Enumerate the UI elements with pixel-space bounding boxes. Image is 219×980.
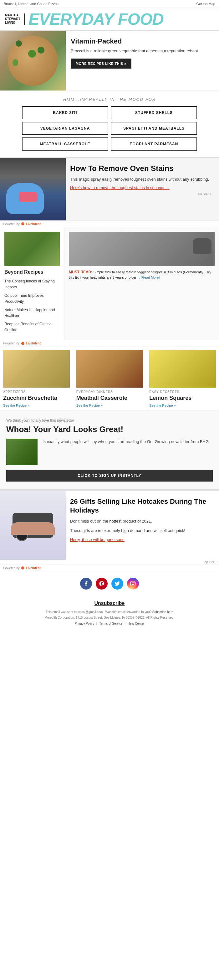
brand-line3: LIVING [5, 21, 20, 25]
beyond-link-4[interactable]: Reap the Benefits of Getting Outside [5, 322, 52, 332]
beyond-must-read: MUST READ: Simple trick to easily restor… [69, 269, 214, 280]
instagram-icon[interactable] [127, 578, 139, 590]
gift-ad-wrapper: 26 Gifts Selling Like Hotcakes During Th… [0, 489, 219, 565]
social-section [0, 571, 219, 596]
recipe-name-3: Lemon Squares [149, 395, 216, 402]
site-logo[interactable]: EVERYDAY FOOD [29, 11, 163, 27]
oven-ad-title: How To Remove Oven Stains [70, 164, 214, 173]
promo-image [6, 439, 38, 465]
svg-point-4 [132, 583, 134, 585]
recipe-link-1[interactable]: See the Recipe » [3, 404, 70, 407]
terms-of-service-link[interactable]: Terms of Service [99, 622, 122, 625]
sponge-illustration [19, 192, 38, 202]
header: MARTHA STEWART LIVING EVERYDAY FOOD [0, 8, 219, 31]
facebook-icon[interactable] [80, 578, 92, 590]
gift-ad-link[interactable]: Hurry, these will be gone soon [70, 537, 124, 542]
recipe-cards-section: APPETIZERS Zucchini Bruschetta See the R… [0, 347, 219, 410]
beyond-powered-by: Powered by LiveIntent [0, 340, 219, 347]
svg-point-0 [21, 222, 24, 226]
gift-ad-desc1: Don't miss out on the hottest product of… [70, 518, 214, 525]
recipe-category-1: APPETIZERS [3, 390, 70, 394]
mood-item-meatball-casserole[interactable]: MEATBALL CASSEROLE [22, 137, 108, 151]
footer-subscribe-link[interactable]: Subscribe here [152, 610, 173, 614]
mood-title: HMM...I'M REALLY IN THE MOOD FOR [5, 97, 214, 102]
mood-item-spaghetti[interactable]: SPAGHETTI AND MEATBALLS [111, 122, 197, 135]
mood-item-stuffed-shells[interactable]: STUFFED SHELLS [111, 106, 197, 119]
help-center-link[interactable]: Help Center [128, 622, 144, 625]
mood-item-eggplant[interactable]: EGGPLANT PARMESAN [111, 137, 197, 151]
gift-ad-desc2: These gifts are in extremely high demand… [70, 528, 214, 534]
hero-image [0, 31, 66, 91]
footer-line1: This email was sent to xxxxx@gmail.com |… [46, 610, 151, 614]
oven-ad-image [0, 158, 66, 220]
top-bar: Broccoli, Lemon, and Gouda Pizzas Get th… [0, 0, 219, 8]
hand-illustration [11, 522, 55, 535]
newsletter-promo-section: We think you'll totally love this newsle… [0, 410, 219, 489]
oven-powered-by: Powered by LiveIntent [0, 220, 219, 227]
pizza-illustration [0, 31, 66, 91]
gift-powered-by: Powered by LiveIntent [0, 565, 219, 571]
hero-cta-button[interactable]: MORE RECIPES LIKE THIS » [71, 59, 132, 68]
recipe-link-2[interactable]: See the Recipe » [76, 404, 143, 407]
recipe-card-1: APPETIZERS Zucchini Bruschetta See the R… [0, 347, 73, 410]
recipe-name-2: Meatball Casserole [76, 395, 143, 402]
recipe-image-1 [3, 350, 70, 388]
svg-point-2 [21, 566, 24, 570]
mood-section: HMM...I'M REALLY IN THE MOOD FOR BAKED Z… [0, 91, 219, 157]
hero-description: Broccoli is a reliable green vegetable t… [71, 48, 214, 54]
car-mirror-illustration [193, 238, 211, 254]
beyond-link-3[interactable]: Nature Makes Us Happier and Healthier [5, 308, 55, 318]
recipe-image-3 [149, 350, 216, 388]
brand-line2: STEWART [5, 17, 20, 21]
brand-line1: MARTHA [5, 13, 20, 17]
mood-item-vegetarian-lasagna[interactable]: VEGETARIAN LASAGNA [22, 122, 108, 135]
twitter-icon[interactable] [111, 578, 123, 590]
mood-grid: BAKED ZITI STUFFED SHELLS VEGETARIAN LAS… [22, 106, 197, 151]
unsubscribe-link[interactable]: Unsubscribe [6, 601, 213, 606]
beyond-left-panel: Beyond Recipes The Consequences of Stayi… [0, 228, 64, 339]
liveintent-text-2: LiveIntent [26, 342, 41, 345]
beyond-link-2[interactable]: Outdoor Time Improves Productivity [5, 293, 43, 304]
beyond-links-list: The Consequences of Staying Indoors Outd… [5, 278, 60, 332]
recipe-card-3: EASY DESSERTS Lemon Squares See the Reci… [146, 347, 219, 410]
promo-body: Is exactly what people will say when you… [6, 439, 213, 465]
oven-ad-description: This magic spray easily removes toughest… [70, 176, 214, 183]
liveintent-text: LiveIntent [26, 222, 41, 226]
footer: Unsubscribe This email was sent to xxxxx… [0, 596, 219, 630]
brand-name: MARTHA STEWART LIVING [5, 13, 25, 25]
social-icons-row [6, 578, 213, 590]
recipe-link-3[interactable]: See the Recipe » [149, 404, 216, 407]
svg-point-1 [21, 342, 24, 345]
beyond-link-1[interactable]: The Consequences of Staying Indoors [5, 279, 55, 289]
oven-ad-content: How To Remove Oven Stains This magic spr… [66, 158, 219, 220]
beyond-section: Beyond Recipes The Consequences of Stayi… [0, 227, 219, 340]
oven-ad-section: How To Remove Oven Stains This magic spr… [0, 157, 219, 220]
footer-text: This email was sent to xxxxx@gmail.com |… [6, 609, 213, 620]
promo-signup-button[interactable]: CLICK TO SIGN UP INSTANTLY [6, 470, 213, 482]
svg-rect-3 [131, 581, 135, 586]
oven-ad-link[interactable]: Here's how to remove the toughest stains… [70, 185, 214, 190]
top-bar-right[interactable]: Get the Map [196, 2, 215, 6]
promo-intro: We think you'll totally love this newsle… [6, 418, 213, 423]
beyond-image [5, 232, 60, 266]
beyond-car-image [69, 232, 214, 266]
liveintent-text-3: LiveIntent [26, 566, 41, 570]
gift-ad-title: 26 Gifts Selling Like Hotcakes During Th… [70, 497, 214, 515]
read-more-link[interactable]: [Read More] [141, 275, 160, 279]
privacy-policy-link[interactable]: Privacy Policy [75, 622, 94, 625]
recipe-image-2 [76, 350, 143, 388]
gift-ad-content: 26 Gifts Selling Like Hotcakes During Th… [66, 491, 219, 549]
recipe-name-1: Zucchini Bruschetta [3, 395, 70, 402]
hero-title: Vitamin-Packed [71, 37, 214, 45]
liveintent-logo [21, 222, 25, 226]
beyond-right-panel: MUST READ: Simple trick to easily restor… [64, 228, 219, 339]
mood-item-baked-ziti[interactable]: BAKED ZITI [22, 106, 108, 119]
gift-ad-section: 26 Gifts Selling Like Hotcakes During Th… [0, 490, 219, 560]
footer-line2: Meredith Corporation, 1716 Locust Street… [45, 616, 175, 619]
recipe-category-2: EVERYDAY DINNERS [76, 390, 143, 394]
promo-title: Whoa! Your Yard Looks Great! [6, 425, 213, 434]
liveintent-logo-3 [21, 566, 25, 570]
promo-description: Is exactly what people will say when you… [43, 439, 213, 445]
pinterest-icon[interactable] [96, 578, 108, 590]
top-bar-left[interactable]: Broccoli, Lemon, and Gouda Pizzas [4, 2, 59, 6]
